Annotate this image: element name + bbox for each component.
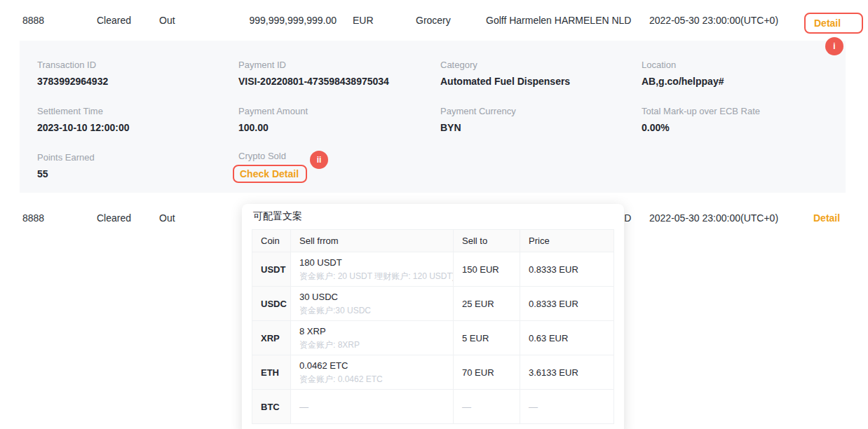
sell-from-accounts: 资金账户: 0.0462 ETC xyxy=(299,374,445,385)
field-points-earned: Points Earned 55 xyxy=(37,151,95,180)
sell-to-cell: 25 EUR xyxy=(454,287,520,321)
table-row: BTC — — — xyxy=(252,390,614,424)
annotation-badge-ii: ii xyxy=(310,151,328,169)
timestamp: 2022-05-30 23:00:00(UTC+0) xyxy=(649,212,778,224)
coin-name: BTC xyxy=(252,390,291,424)
popup-title: 可配置文案 xyxy=(252,210,614,223)
sell-from-cell: 8 XRP 资金账户: 8XRP xyxy=(291,321,454,355)
field-crypto-sold: Crypto Sold Check Detail xyxy=(238,150,307,183)
field-payment-id: Payment ID VISI-20220801-473598438975034 xyxy=(238,59,389,88)
crypto-sold-table: Coin Sell frrom Sell to Price USDT 180 U… xyxy=(252,229,614,424)
price-cell: — xyxy=(520,390,614,424)
field-settlement-time: Settlement Time 2023-10-10 12:00:00 xyxy=(37,105,130,134)
check-detail-link[interactable]: Check Detail xyxy=(240,168,299,179)
field-value: 100.00 xyxy=(238,121,308,134)
field-label: Points Earned xyxy=(37,151,95,163)
sell-from-accounts: 资金账户:30 USDC xyxy=(299,305,445,316)
field-label: Settlement Time xyxy=(37,105,130,117)
col-header-price: Price xyxy=(520,230,614,252)
crypto-sold-popup: 可配置文案 Coin Sell frrom Sell to Price USDT… xyxy=(242,204,624,429)
field-location: Location AB,g.co/helppay# xyxy=(642,59,724,88)
direction: Out xyxy=(159,212,175,224)
coin-name: ETH xyxy=(252,355,291,390)
merchant: Golff Harmelen HARMELEN NLD xyxy=(486,15,631,26)
field-label: Payment Amount xyxy=(238,105,308,117)
field-value: VISI-20220801-473598438975034 xyxy=(238,75,389,88)
status: Cleared xyxy=(97,15,131,26)
sell-from-cell: 30 USDC 资金账户:30 USDC xyxy=(291,287,454,321)
coin-name: USDC xyxy=(252,287,291,321)
table-row: USDT 180 USDT 资金账户: 20 USDT 理财账户: 120 US… xyxy=(252,252,614,287)
field-payment-amount: Payment Amount 100.00 xyxy=(238,105,308,134)
sell-from-amount: 30 USDC xyxy=(299,291,445,303)
field-value: Automated Fuel Dispensers xyxy=(440,75,570,88)
sell-to-cell: 70 EUR xyxy=(454,355,520,390)
sell-from-cell: 0.0462 ETC 资金账户: 0.0462 ETC xyxy=(291,355,454,390)
direction: Out xyxy=(159,15,175,26)
field-value: 55 xyxy=(37,168,95,180)
field-category: Category Automated Fuel Dispensers xyxy=(440,59,570,88)
price-cell: 0.8333 EUR xyxy=(520,252,614,287)
sell-from-amount: 0.0462 ETC xyxy=(299,360,445,372)
price-cell: 0.63 EUR xyxy=(520,321,614,355)
currency: EUR xyxy=(353,15,374,26)
sell-to-cell: 150 EUR xyxy=(454,252,520,287)
transaction-history-screen: Transaction ID 3783992964932 Payment ID … xyxy=(0,0,868,429)
sell-from-amount: 180 USDT xyxy=(299,257,445,268)
price-cell: 3.6133 EUR xyxy=(520,355,614,390)
col-header-sell-to: Sell to xyxy=(454,230,520,252)
price-cell: 0.8333 EUR xyxy=(520,287,614,321)
field-transaction-id: Transaction ID 3783992964932 xyxy=(37,59,108,88)
field-label: Payment ID xyxy=(238,59,389,71)
status: Cleared xyxy=(97,212,131,224)
field-ecb-markup: Total Mark-up over ECB Rate 0.00% xyxy=(642,105,760,134)
field-label: Total Mark-up over ECB Rate xyxy=(642,105,760,117)
table-row: XRP 8 XRP 资金账户: 8XRP 5 EUR 0.63 EUR xyxy=(252,321,614,355)
table-row: ETH 0.0462 ETC 资金账户: 0.0462 ETC 70 EUR 3… xyxy=(252,355,614,390)
field-value: BYN xyxy=(440,121,516,134)
sell-to-cell: — xyxy=(454,390,520,424)
transaction-row: 8888 Cleared Out 999,999,999,999.00 EUR … xyxy=(0,0,868,41)
field-label: Transaction ID xyxy=(37,59,108,71)
field-value: 0.00% xyxy=(642,121,760,134)
card-number: 8888 xyxy=(22,15,44,26)
field-payment-currency: Payment Currency BYN xyxy=(440,105,516,134)
coin-name: USDT xyxy=(252,252,291,287)
sell-from-amount: — xyxy=(299,401,445,413)
field-label: Payment Currency xyxy=(440,105,516,117)
sell-from-cell: 180 USDT 资金账户: 20 USDT 理财账户: 120 USDT) xyxy=(291,252,454,287)
sell-from-accounts: 资金账户: 20 USDT 理财账户: 120 USDT) xyxy=(299,271,445,282)
amount: 999,999,999,999.00 xyxy=(203,15,337,26)
sell-from-accounts: 资金账户: 8XRP xyxy=(299,339,445,350)
annotation-badge-i: i xyxy=(825,37,843,55)
check-detail-annotation-frame[interactable]: Check Detail xyxy=(233,165,307,183)
timestamp: 2022-05-30 23:00:00(UTC+0) xyxy=(649,15,778,26)
detail-annotation-frame[interactable]: Detail xyxy=(804,13,863,34)
table-header-row: Coin Sell frrom Sell to Price xyxy=(252,230,614,252)
field-value: 3783992964932 xyxy=(37,75,108,88)
col-header-sell-from: Sell frrom xyxy=(291,230,454,252)
card-number: 8888 xyxy=(22,212,44,224)
detail-link[interactable]: Detail xyxy=(813,212,840,224)
field-value: AB,g.co/helppay# xyxy=(642,75,724,88)
detail-link[interactable]: Detail xyxy=(814,18,841,29)
category: Grocery xyxy=(416,15,451,26)
transaction-detail-panel: Transaction ID 3783992964932 Payment ID … xyxy=(20,41,846,193)
col-header-coin: Coin xyxy=(252,230,291,252)
field-label: Location xyxy=(642,59,724,71)
field-value: 2023-10-10 12:00:00 xyxy=(37,121,130,134)
sell-to-cell: 5 EUR xyxy=(454,321,520,355)
field-label: Category xyxy=(440,59,570,71)
table-row: USDC 30 USDC 资金账户:30 USDC 25 EUR 0.8333 … xyxy=(252,287,614,321)
sell-from-amount: 8 XRP xyxy=(299,325,445,337)
sell-from-cell: — xyxy=(291,390,454,424)
field-label: Crypto Sold xyxy=(238,150,307,162)
coin-name: XRP xyxy=(252,321,291,355)
